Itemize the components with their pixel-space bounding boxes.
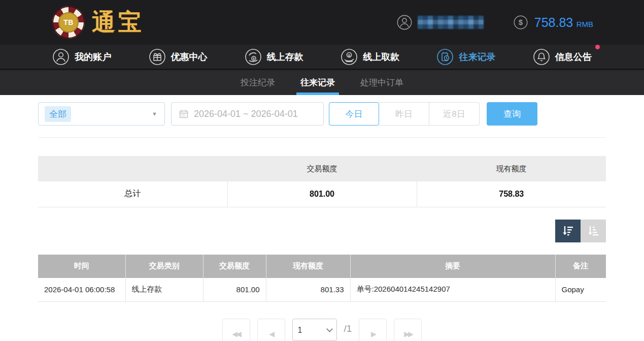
tab-processing-orders[interactable]: 处理中订单 — [359, 70, 404, 95]
summary-col-current-balance: 现有额度 — [417, 156, 606, 181]
records-header-row: 时间 交易类别 交易额度 现有额度 摘要 备注 — [38, 255, 606, 278]
summary-total-label: 总计 — [38, 181, 227, 207]
summary-current-balance: 758.83 — [417, 181, 606, 207]
prev-page-icon: ◀ — [269, 330, 273, 338]
balance-currency: RMB — [577, 20, 593, 28]
summary-total-row: 总计 801.00 758.83 — [38, 181, 606, 207]
cell-note: Gopay — [555, 278, 606, 302]
prev-page-button[interactable]: ◀ — [257, 319, 285, 341]
tab-betting-records[interactable]: 投注纪录 — [240, 70, 276, 95]
cell-amount: 801.00 — [203, 278, 266, 302]
chevron-down-icon: ▼ — [152, 111, 157, 117]
summary-col-trade-amount: 交易额度 — [227, 156, 417, 181]
main-nav: 我的账户 优惠中心 ¥ 线上存款 — [0, 45, 644, 70]
nav-item-promotions[interactable]: 优惠中心 — [149, 48, 208, 66]
first-page-button[interactable]: ◀◀ — [222, 319, 250, 341]
first-page-icon: ◀◀ — [232, 330, 240, 338]
summary-table: 交易额度 现有额度 总计 801.00 758.83 — [38, 156, 606, 207]
range-button-yesterday[interactable]: 昨日 — [379, 102, 429, 126]
date-range-input[interactable]: 2026-04-01 ~ 2026-04-01 — [171, 102, 324, 126]
svg-text:$: $ — [519, 18, 523, 26]
col-type: 交易类别 — [125, 255, 203, 278]
tab-transaction-records[interactable]: 往来记录 — [299, 70, 336, 95]
cell-summary: 单号:202604014245142907 — [350, 278, 555, 302]
sort-descending-button[interactable] — [555, 220, 581, 242]
sort-ascending-button[interactable] — [581, 220, 606, 242]
range-button-last8days[interactable]: 近8日 — [429, 102, 480, 126]
filter-divider — [38, 137, 606, 138]
next-page-icon: ▶ — [371, 330, 375, 338]
bell-icon — [533, 48, 550, 66]
page-select[interactable]: 1 — [292, 319, 337, 341]
censored-username — [418, 16, 484, 29]
sort-ascending-icon — [587, 224, 600, 237]
records-clipboard-clock-icon — [436, 48, 454, 66]
poker-chip-icon: TB — [52, 6, 85, 39]
sort-controls — [38, 220, 606, 242]
summary-trade-amount: 801.00 — [227, 181, 417, 207]
top-header: TB 通宝 $ 758.83 RMB — [0, 0, 644, 45]
main-content: 全部 ▼ 2026-04-01 ~ 2026-04-01 今日 昨日 近8日 查… — [38, 102, 606, 341]
nav-item-my-account[interactable]: 我的账户 — [52, 48, 111, 66]
table-row: 2026-04-01 06:00:58 线上存款 801.00 801.33 单… — [38, 278, 606, 302]
nav-label: 优惠中心 — [171, 51, 208, 63]
cell-balance: 801.33 — [266, 278, 350, 302]
nav-label: 线上存款 — [267, 51, 303, 63]
next-page-button[interactable]: ▶ — [359, 319, 387, 341]
search-button[interactable]: 查询 — [487, 102, 537, 126]
cell-time: 2026-04-01 06:00:58 — [38, 278, 125, 302]
summary-header-row: 交易额度 现有额度 — [38, 156, 606, 181]
type-select-dropdown[interactable]: 全部 ▼ — [38, 102, 165, 126]
nav-item-announcements[interactable]: 信息公告 — [533, 48, 592, 66]
user-icon — [396, 14, 413, 30]
col-time: 时间 — [38, 255, 125, 278]
user-circle-icon — [52, 48, 70, 66]
nav-label: 我的账户 — [75, 51, 111, 63]
range-button-today[interactable]: 今日 — [329, 102, 379, 126]
balance[interactable]: $ 758.83 RMB — [513, 15, 593, 30]
unread-dot-badge — [595, 45, 600, 49]
svg-text:¥: ¥ — [253, 57, 255, 60]
last-page-button[interactable]: ▶▶ — [394, 319, 422, 341]
col-note: 备注 — [555, 255, 606, 278]
gift-icon — [149, 48, 166, 66]
nav-item-deposit[interactable]: ¥ 线上存款 — [245, 48, 303, 66]
withdraw-hand-coin-icon: $ — [341, 48, 358, 66]
quick-range-group: 今日 昨日 近8日 — [329, 102, 480, 126]
nav-item-records[interactable]: 往来记录 — [436, 48, 495, 66]
pagination: ◀◀ ◀ 1 /1 ▶ ▶▶ — [38, 319, 606, 341]
records-table: 时间 交易类别 交易额度 现有额度 摘要 备注 2026-04-01 06:00… — [38, 255, 606, 302]
svg-text:$: $ — [348, 53, 351, 57]
nav-item-withdraw[interactable]: $ 线上取款 — [341, 48, 399, 66]
col-balance: 现有额度 — [266, 255, 350, 278]
summary-col-empty — [38, 156, 227, 181]
nav-label: 往来记录 — [459, 51, 495, 63]
last-page-icon: ▶▶ — [404, 330, 412, 338]
filter-row: 全部 ▼ 2026-04-01 ~ 2026-04-01 今日 昨日 近8日 查… — [38, 102, 606, 126]
col-summary: 摘要 — [350, 255, 555, 278]
deposit-hand-coin-icon: ¥ — [245, 48, 262, 66]
brand-name: 通宝 — [92, 7, 145, 38]
chip-center-label: TB — [58, 12, 79, 33]
sort-descending-icon — [561, 224, 574, 237]
user-account[interactable] — [396, 14, 484, 30]
cell-type: 线上存款 — [125, 278, 203, 302]
dollar-coin-icon: $ — [513, 15, 528, 30]
type-select-value: 全部 — [45, 106, 71, 122]
date-range-value: 2026-04-01 ~ 2026-04-01 — [194, 109, 298, 119]
logo[interactable]: TB 通宝 — [52, 6, 145, 39]
balance-amount: 758.83 — [534, 15, 573, 29]
page-total: /1 — [344, 323, 352, 334]
nav-label: 线上取款 — [363, 51, 399, 63]
nav-label: 信息公告 — [555, 51, 592, 63]
col-amount: 交易额度 — [203, 255, 266, 278]
sub-nav: 投注纪录 往来记录 处理中订单 — [0, 70, 644, 95]
page-select-wrap: 1 — [292, 319, 337, 341]
calendar-icon — [179, 109, 189, 119]
